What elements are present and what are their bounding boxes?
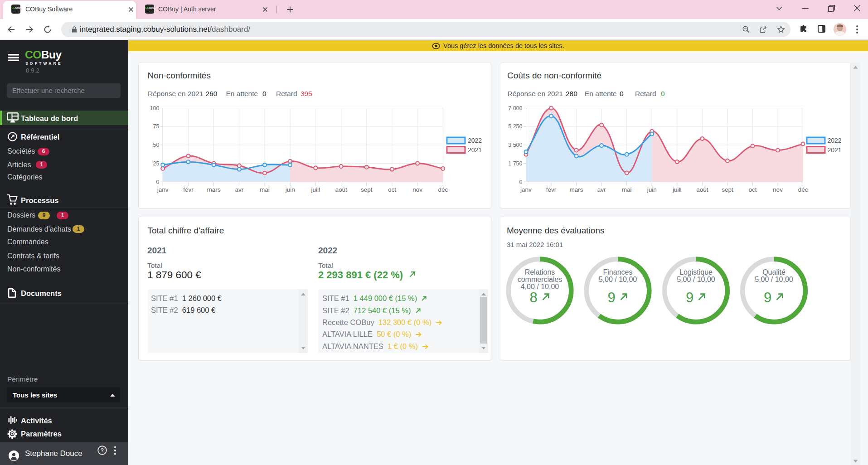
svg-text:avr: avr <box>235 186 243 193</box>
svg-text:août: août <box>696 186 708 193</box>
svg-text:nov: nov <box>412 186 422 193</box>
svg-text:juin: juin <box>647 186 657 193</box>
svg-text:0: 0 <box>519 179 523 185</box>
svg-text:juin: juin <box>285 186 295 193</box>
svg-text:janv: janv <box>157 186 169 193</box>
svg-text:juill: juill <box>672 186 682 193</box>
svg-text:2021: 2021 <box>468 146 482 154</box>
svg-text:mars: mars <box>570 186 583 193</box>
svg-text:janv: janv <box>520 186 532 193</box>
svg-text:mai: mai <box>622 186 632 193</box>
svg-text:déc: déc <box>798 186 808 193</box>
svg-text:25: 25 <box>153 160 160 167</box>
svg-text:sept: sept <box>722 186 733 193</box>
svg-text:déc: déc <box>438 186 448 193</box>
svg-text:mars: mars <box>207 186 221 193</box>
svg-text:5 250: 5 250 <box>508 123 522 130</box>
svg-text:0: 0 <box>156 179 160 185</box>
svg-text:févr: févr <box>183 186 194 193</box>
svg-text:1 750: 1 750 <box>508 160 522 167</box>
svg-text:févr: févr <box>546 186 557 193</box>
svg-text:?: ? <box>101 447 104 454</box>
svg-text:50: 50 <box>153 142 160 148</box>
svg-text:2022: 2022 <box>468 137 482 144</box>
svg-text:2022: 2022 <box>828 137 842 144</box>
svg-text:100: 100 <box>150 105 160 111</box>
svg-text:oct: oct <box>748 186 756 193</box>
svg-text:7 000: 7 000 <box>508 105 522 111</box>
svg-text:mai: mai <box>260 186 270 193</box>
svg-text:août: août <box>335 186 347 193</box>
svg-text:avr: avr <box>597 186 606 193</box>
svg-text:sept: sept <box>361 186 373 193</box>
svg-text:75: 75 <box>153 123 160 130</box>
svg-text:oct: oct <box>388 186 396 193</box>
svg-text:nov: nov <box>773 186 783 193</box>
svg-text:juill: juill <box>311 186 320 193</box>
svg-text:3 500: 3 500 <box>508 142 522 148</box>
svg-text:2021: 2021 <box>828 146 842 154</box>
